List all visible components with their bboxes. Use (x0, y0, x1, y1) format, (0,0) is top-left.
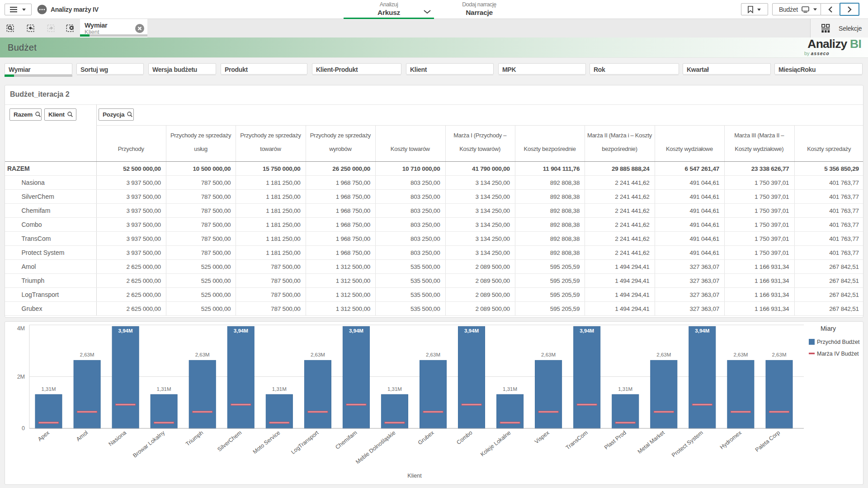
svg-text:2,63M: 2,63M (426, 352, 440, 357)
svg-text:1,31M: 1,31M (272, 386, 287, 392)
svg-text:1,31M: 1,31M (503, 386, 517, 392)
svg-text:LogTransport: LogTransport (290, 429, 320, 455)
svg-text:Nasiona: Nasiona (108, 429, 127, 447)
svg-text:3,94M: 3,94M (580, 328, 594, 333)
svg-text:2,63M: 2,63M (195, 352, 210, 357)
svg-text:3,94M: 3,94M (464, 328, 479, 333)
svg-text:2M: 2M (17, 374, 25, 380)
svg-text:1,31M: 1,31M (618, 386, 632, 392)
svg-text:SilverChem: SilverChem (216, 429, 243, 453)
svg-text:TransCom: TransCom (565, 429, 589, 450)
svg-text:Triumph: Triumph (184, 429, 204, 447)
svg-text:Paleta Corp: Paleta Corp (754, 429, 781, 453)
svg-text:Marża IV Budżet: Marża IV Budżet (817, 351, 859, 357)
svg-text:Grubex: Grubex (417, 429, 435, 446)
svg-text:Plast Prod: Plast Prod (603, 429, 627, 450)
svg-text:Meble Dolnośląskie: Meble Dolnośląskie (354, 429, 396, 465)
svg-text:3,94M: 3,94M (349, 328, 363, 333)
svg-text:Amol: Amol (75, 429, 89, 442)
svg-text:2,63M: 2,63M (80, 352, 94, 357)
svg-text:Vispex: Vispex (533, 429, 551, 445)
svg-text:Miary: Miary (821, 325, 836, 332)
svg-text:3,94M: 3,94M (118, 328, 133, 333)
svg-text:3,94M: 3,94M (695, 328, 709, 333)
svg-text:0: 0 (22, 425, 25, 432)
svg-text:Combo: Combo (455, 429, 473, 446)
svg-text:Metal Market: Metal Market (637, 429, 666, 455)
svg-text:3,94M: 3,94M (234, 328, 248, 333)
svg-text:1,31M: 1,31M (157, 386, 171, 392)
svg-text:2,63M: 2,63M (656, 352, 671, 357)
svg-text:Przychód Budżet: Przychód Budżet (817, 339, 860, 345)
svg-text:2,63M: 2,63M (772, 352, 787, 357)
svg-text:1,31M: 1,31M (387, 386, 402, 392)
svg-text:2,63M: 2,63M (311, 352, 325, 357)
svg-text:1,31M: 1,31M (42, 386, 56, 392)
svg-text:Moto Service: Moto Service (252, 429, 282, 455)
svg-text:4M: 4M (17, 325, 25, 332)
svg-text:2,63M: 2,63M (733, 352, 748, 357)
svg-text:Hydromex: Hydromex (719, 429, 743, 450)
svg-text:Apex: Apex (37, 429, 51, 442)
svg-text:Protect System: Protect System (670, 429, 704, 458)
svg-text:Klient: Klient (407, 473, 422, 479)
svg-text:2,63M: 2,63M (541, 352, 556, 357)
svg-text:Koleje Lokalne: Koleje Lokalne (479, 429, 512, 458)
svg-text:Browar Lokalny: Browar Lokalny (132, 429, 166, 459)
svg-text:Chemifam: Chemifam (334, 429, 358, 450)
